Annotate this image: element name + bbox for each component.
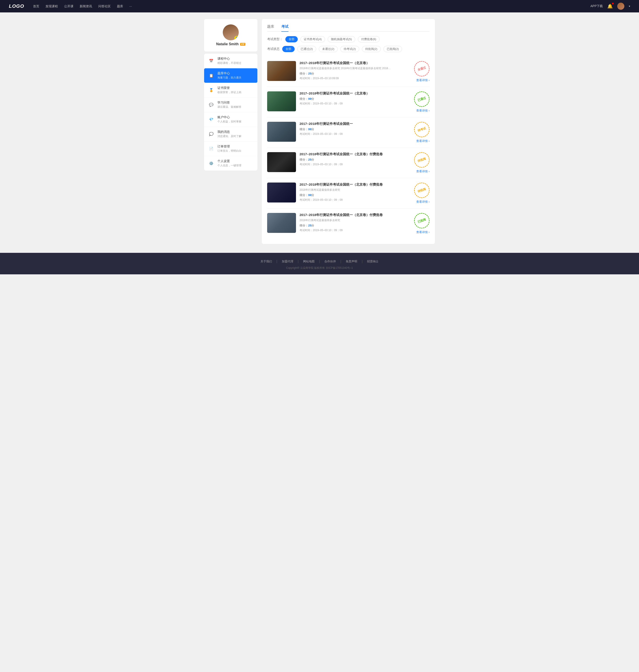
sidebar-profile: 🏅 Natalie Smith VIP	[204, 19, 258, 51]
nav-link-nav-courses[interactable]: 发现课程	[46, 4, 58, 8]
nav-link-nav-more[interactable]: ···	[129, 4, 132, 8]
orders-label: 订单管理	[217, 145, 254, 148]
tab-题库[interactable]: 题库	[267, 25, 274, 31]
sidebar: 🏅 Natalie Smith VIP 📅 课程中心 精彩课程，不容错过 📋 题…	[204, 19, 258, 244]
footer-link-0[interactable]: 关于我们	[261, 259, 272, 263]
nav-link-nav-opencourse[interactable]: 公开课	[64, 4, 74, 8]
nav-link-nav-home[interactable]: 首页	[33, 4, 39, 8]
exam-thumbnail	[267, 91, 296, 111]
exam-time: 考试时间：2019–05–03 10：09：09	[299, 198, 404, 202]
sidebar-item-messages[interactable]: 💭 我的消息 消息通知、及时了解	[204, 127, 258, 142]
sidebar-item-certificate[interactable]: 🏅 证书荣誉 收获荣誉，持证上岗	[204, 83, 258, 98]
sidebar-item-course-center[interactable]: 📅 课程中心 精彩课程，不容错过	[204, 54, 258, 68]
messages-sublabel: 消息通知、及时了解	[217, 134, 254, 138]
exam-info: 2017–2018年行测证件考试全国统一（北京卷）付费批卷 得分：25分 考试时…	[299, 152, 404, 166]
certificate-sublabel: 收获荣誉，持证上岗	[217, 91, 254, 94]
exam-time: 考试时间：2019–05–03 10：09：09	[299, 102, 404, 106]
exam-status-filter-已批阅(2)[interactable]: 已批阅(2)	[384, 46, 402, 52]
navbar-right: APP下载 🔔 ▾	[590, 3, 630, 10]
content-tabs: 题库考试	[267, 25, 430, 32]
exam-desc: 2018年行测考试是最值得多去研究	[299, 219, 393, 222]
exam-title: 2017–2018年行测证件考试全国统一（北京卷）付费批卷	[299, 182, 404, 187]
sidebar-item-question-bank[interactable]: 📋 题库中心 海量习题，助力通关	[204, 68, 258, 83]
footer-separator: |	[340, 259, 341, 263]
footer-copyright: Copyright® 云朵商学院 版权所有 京ICP备17051340号–1	[0, 266, 639, 270]
settings-label: 个人设置	[217, 159, 254, 163]
exam-detail-link[interactable]: 查看详情 ›	[416, 139, 430, 143]
exam-detail-link[interactable]: 查看详情 ›	[416, 109, 430, 113]
content-area: 题库考试 考试类型： 全部证书类考试(4)随机抽题考试(5)付费批卷(6) 考试…	[262, 19, 435, 244]
footer-separator: |	[277, 259, 277, 263]
account-icon: 💎	[208, 116, 215, 123]
exam-title: 2017–2018年行测证件考试全国统一（北京卷）付费批卷	[299, 213, 404, 217]
course-center-icon: 📅	[208, 58, 215, 65]
exam-detail-link[interactable]: 查看详情 ›	[416, 78, 430, 82]
nav-link-nav-questions[interactable]: 题库	[117, 4, 123, 8]
nav-link-nav-qa[interactable]: 问答社区	[98, 4, 111, 8]
exam-item-exam-1: 2017–2018年行测证件考试全国统一（北京卷） 2018年行测考试是最值得多…	[267, 57, 430, 87]
question-bank-sublabel: 海量习题，助力通关	[217, 76, 254, 80]
exam-detail-link[interactable]: 查看详情 ›	[416, 170, 430, 173]
footer-link-1[interactable]: 加盟代理	[282, 259, 293, 263]
exam-thumbnail	[267, 122, 296, 142]
exam-title: 2017–2018年行测证件考试全国统一（北京卷）付费批卷	[299, 152, 404, 156]
exam-status-stamp: 待考试	[412, 119, 432, 140]
exam-status-filter-全部[interactable]: 全部	[282, 46, 295, 52]
exam-time: 考试时间：2019–05–03 10:09:09	[299, 77, 404, 80]
exam-score: 得分：25分	[299, 224, 404, 227]
footer-link-5[interactable]: 招贤纳士	[367, 259, 378, 263]
logo[interactable]: LOGO	[9, 3, 24, 9]
exam-status-filter-待批阅(2)[interactable]: 待批阅(2)	[362, 46, 381, 52]
avatar-image	[617, 3, 624, 10]
exam-detail-link[interactable]: 查看详情 ›	[416, 230, 430, 234]
sidebar-item-orders[interactable]: 📄 订单管理 订单支出，明明白白	[204, 142, 258, 156]
exam-score-value: 25	[308, 158, 311, 161]
exam-time: 考试时间：2019–05–03 10：09：09	[299, 228, 404, 232]
exam-type-filter-全部[interactable]: 全部	[285, 36, 298, 42]
user-avatar[interactable]	[617, 3, 624, 10]
exam-detail-link[interactable]: 查看详情 ›	[416, 200, 430, 204]
settings-sublabel: 个人信息，一键管理	[217, 164, 254, 167]
course-center-sublabel: 精彩课程，不容错过	[217, 61, 254, 65]
footer-link-2[interactable]: 网站地图	[303, 259, 315, 263]
notification-badge	[612, 3, 614, 4]
exam-action: 已批阅 查看详情 ›	[407, 213, 430, 234]
tab-考试[interactable]: 考试	[281, 25, 289, 31]
exam-time: 考试时间：2019–05–03 10：09：09	[299, 163, 404, 166]
exam-info: 2017–2018年行测证件考试全国统一（北京卷） 得分：99分 考试时间：20…	[299, 91, 404, 106]
exam-item-exam-5: 2017–2018年行测证件考试全国统一（北京卷）付费批卷 2018年行测考试是…	[267, 178, 430, 208]
footer-link-3[interactable]: 合作伙伴	[324, 259, 336, 263]
study-qa-sublabel: 课后重温、疑难解答	[217, 105, 254, 109]
exam-desc: 2018年行测考试是最值得多去研究 2018年行测考试是最值得多去研究 2018…	[299, 66, 393, 70]
exam-item-exam-3: 2017–2018年行测证件考试全国统一 得分：99分 考试时间：2019–05…	[267, 117, 430, 148]
exam-status-stamp: 待批阅	[412, 180, 432, 200]
footer-link-4[interactable]: 免责声明	[346, 259, 357, 263]
exam-status-filter-待考试(2)[interactable]: 待考试(2)	[340, 46, 359, 52]
sidebar-item-study-qa[interactable]: 💬 学习问答 课后重温、疑难解答	[204, 98, 258, 112]
exam-status-filter-已通过(2)[interactable]: 已通过(2)	[297, 46, 316, 52]
exam-type-filter-label: 考试类型：	[267, 37, 283, 41]
exam-list: 2017–2018年行测证件考试全国统一（北京卷） 2018年行测考试是最值得多…	[267, 57, 430, 239]
sidebar-item-settings[interactable]: ⚙️ 个人设置 个人信息，一键管理	[204, 156, 258, 171]
certificate-icon: 🏅	[208, 87, 215, 94]
notification-bell[interactable]: 🔔	[607, 3, 613, 9]
account-label: 账户中心	[217, 115, 254, 119]
exam-action: 待考试 查看详情 ›	[407, 122, 430, 143]
exam-title: 2017–2018年行测证件考试全国统一	[299, 122, 404, 126]
exam-status-filter-label: 考试状态	[267, 47, 280, 51]
nav-link-nav-news[interactable]: 新闻资讯	[80, 4, 92, 8]
main-container: 🏅 Natalie Smith VIP 📅 课程中心 精彩课程，不容错过 📋 题…	[200, 19, 439, 244]
exam-thumbnail	[267, 152, 296, 172]
exam-type-filter-证书类考试(4)[interactable]: 证书类考试(4)	[300, 36, 325, 42]
exam-status-filter-未通过(2)[interactable]: 未通过(2)	[319, 46, 338, 52]
exam-score-value: 25	[308, 224, 311, 227]
exam-title: 2017–2018年行测证件考试全国统一（北京卷）	[299, 91, 404, 96]
user-menu-chevron-icon[interactable]: ▾	[629, 5, 630, 8]
exam-type-filter-随机抽题考试(5)[interactable]: 随机抽题考试(5)	[328, 36, 355, 42]
settings-icon: ⚙️	[208, 160, 215, 167]
app-download-button[interactable]: APP下载	[590, 4, 603, 8]
exam-status-stamp: 待批阅	[412, 150, 432, 170]
exam-type-filter-付费批卷(6)[interactable]: 付费批卷(6)	[358, 36, 380, 42]
exam-score-value: 25	[308, 72, 311, 75]
sidebar-item-account[interactable]: 💎 账户中心 个人权益，实时掌握	[204, 112, 258, 127]
